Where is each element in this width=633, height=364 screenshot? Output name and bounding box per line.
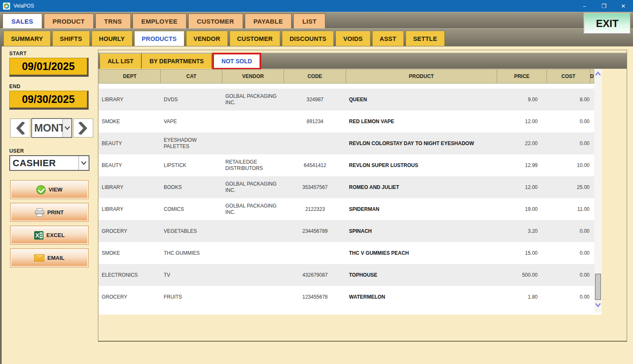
main-nav-tab[interactable]: PAYABLE bbox=[245, 13, 292, 28]
cell-code bbox=[284, 242, 346, 264]
cell-code: 123455678 bbox=[284, 286, 346, 308]
scroll-up-button[interactable] bbox=[594, 70, 602, 78]
cell-cat: TV bbox=[161, 264, 222, 286]
column-header-product[interactable]: PRODUCT bbox=[346, 69, 497, 84]
cell-code: 64541412 bbox=[284, 154, 346, 176]
start-date-button[interactable]: 09/01/2025 bbox=[9, 58, 89, 77]
cell-vendor bbox=[222, 264, 284, 286]
column-header-code[interactable]: CODE bbox=[284, 69, 346, 84]
cell-vendor: GOLBAL PACKAGING INC. bbox=[222, 176, 284, 198]
cell-code: 432679087 bbox=[284, 264, 346, 286]
print-button[interactable]: PRINT bbox=[10, 203, 89, 222]
main-nav-tab[interactable]: PRODUCT bbox=[44, 13, 94, 28]
table-row[interactable]: LIBRARY DVDS GOLBAL PACKAGING INC. 32498… bbox=[99, 89, 594, 111]
excel-button[interactable]: X EXCEL bbox=[10, 226, 89, 245]
column-header-vendor[interactable]: VENDOR bbox=[222, 69, 284, 84]
column-header-clipped: D bbox=[590, 69, 594, 84]
main-nav-tab[interactable]: EMPLOYEE bbox=[133, 13, 187, 28]
cell-dept: GROCERY bbox=[99, 286, 161, 308]
cell-dept: LIBRARY bbox=[99, 89, 161, 111]
cell-price: 3.20 bbox=[497, 220, 547, 242]
scroll-down-button[interactable] bbox=[594, 301, 602, 309]
period-dropdown-arrow[interactable] bbox=[62, 119, 71, 137]
cell-vendor bbox=[222, 242, 284, 264]
cell-product: RED LEMON VAPE bbox=[346, 111, 497, 132]
table-row[interactable]: LIBRARY COMICS GOLBAL PACKAGING INC. 212… bbox=[99, 198, 594, 220]
user-label: USER bbox=[9, 148, 98, 154]
main-nav-tab[interactable]: TRNS bbox=[95, 13, 131, 28]
column-header-cat[interactable]: CAT bbox=[161, 69, 222, 84]
sub-nav-tab-label: VOIDS bbox=[343, 35, 362, 42]
table-row[interactable]: BEAUTY LIPSTICK RETAILEDGE DISTRIBUTORS … bbox=[99, 154, 594, 176]
cell-cost: 0.00 bbox=[547, 220, 590, 242]
print-button-label: PRINT bbox=[47, 209, 64, 216]
cell-dept: LIBRARY bbox=[99, 198, 161, 220]
report-tab-strip: ALL LIST BY DEPARTMENTS NOT SOLD bbox=[98, 53, 627, 69]
minimize-button[interactable]: – bbox=[575, 0, 594, 12]
main-nav-tab[interactable]: LIST bbox=[293, 13, 325, 28]
cell-dept: BEAUTY bbox=[99, 154, 161, 176]
column-header-cost[interactable]: COST bbox=[547, 69, 590, 84]
vertical-scrollbar[interactable] bbox=[594, 69, 602, 313]
table-row[interactable]: SMOKE THC GUMMIES THC V GUMMIES PEACH 15… bbox=[99, 242, 594, 264]
cell-cat: VEGETABLES bbox=[161, 220, 222, 242]
view-button[interactable]: VIEW bbox=[10, 180, 89, 199]
cell-product: QUEEN bbox=[346, 89, 497, 111]
sub-nav-tab[interactable]: HOURLY bbox=[92, 31, 133, 46]
sub-nav-tab[interactable]: DISCOUNTS bbox=[282, 31, 334, 46]
sub-nav-tab[interactable]: CUSTOMER bbox=[230, 31, 280, 46]
user-dropdown[interactable]: CASHIER bbox=[9, 155, 89, 171]
report-tab[interactable]: BY DEPARTMENTS bbox=[142, 54, 212, 69]
sub-nav-tab[interactable]: SUMMARY bbox=[3, 31, 51, 46]
table-row[interactable]: ELECTRONICS TV 432679087 TOPHOUSE 500.00… bbox=[99, 264, 594, 286]
column-header-price[interactable]: PRICE bbox=[497, 69, 547, 84]
column-header-dept[interactable]: DEPT bbox=[99, 69, 161, 84]
cell-cat: EYESHADOW PALETTES bbox=[161, 132, 222, 154]
cell-vendor: RETAILEDGE DISTRIBUTORS bbox=[222, 154, 284, 176]
sub-nav-tab[interactable]: SETTLE bbox=[406, 31, 445, 46]
close-button[interactable]: ✕ bbox=[614, 0, 633, 12]
user-dropdown-arrow[interactable] bbox=[78, 156, 89, 170]
cell-cost: 0.00 bbox=[547, 242, 590, 264]
sub-nav-tab[interactable]: ASST bbox=[372, 31, 404, 46]
previous-period-button[interactable] bbox=[10, 119, 30, 138]
cell-cat: COMICS bbox=[161, 198, 222, 220]
cell-product: WATERMELON bbox=[346, 286, 497, 308]
report-tab[interactable]: ALL LIST bbox=[100, 54, 142, 69]
period-dropdown-value: MONTH bbox=[32, 119, 62, 137]
report-tab[interactable]: NOT SOLD bbox=[212, 53, 261, 70]
cell-cost: 0.00 bbox=[547, 286, 590, 308]
email-button[interactable]: EMAIL bbox=[10, 248, 89, 267]
period-dropdown[interactable]: MONTH bbox=[31, 118, 72, 138]
sub-nav-tab[interactable]: PRODUCTS bbox=[134, 31, 184, 46]
sub-nav-tab[interactable]: VENDOR bbox=[186, 31, 228, 46]
cell-vendor: GOLBAL PACKAGING INC. bbox=[222, 198, 284, 220]
table-row[interactable]: BEAUTY EYESHADOW PALETTES REVLON COLORST… bbox=[99, 132, 594, 154]
report-tabs: ALL LIST BY DEPARTMENTS NOT SOLD bbox=[100, 54, 261, 70]
maximize-button[interactable]: ❐ bbox=[594, 0, 614, 12]
cell-cat: VAPE bbox=[161, 111, 222, 132]
view-button-label: VIEW bbox=[49, 186, 62, 193]
table-row[interactable]: LIBRARY BOOKS GOLBAL PACKAGING INC. 3534… bbox=[99, 176, 594, 198]
cell-code: 234456789 bbox=[284, 220, 346, 242]
main-nav-tab[interactable]: SALES bbox=[3, 13, 42, 28]
next-period-button[interactable] bbox=[73, 119, 93, 138]
main-nav-tab-label: PRODUCT bbox=[53, 18, 85, 25]
end-date-button[interactable]: 09/30/2025 bbox=[9, 91, 89, 110]
window-title: VelaPOS bbox=[14, 3, 34, 9]
main-nav-tab-label: SALES bbox=[11, 18, 33, 25]
table-row[interactable]: GROCERY VEGETABLES 234456789 SPINACH 3.2… bbox=[99, 220, 594, 242]
table-row[interactable]: SMOKE VAPE 891234 RED LEMON VAPE 12.00 0… bbox=[99, 111, 594, 132]
cell-product: REVLON SUPER LUSTROUS bbox=[346, 154, 497, 176]
cell-price: 19.00 bbox=[497, 198, 547, 220]
sub-nav-tab-label: HOURLY bbox=[99, 35, 125, 42]
cell-product: ROMEO AND JULIET bbox=[346, 176, 497, 198]
exit-button[interactable]: EXIT bbox=[584, 13, 631, 34]
main-nav-tab[interactable]: CUSTOMER bbox=[188, 13, 243, 28]
table-row[interactable]: GROCERY FRUITS 123455678 WATERMELON 1.80… bbox=[99, 286, 594, 308]
sub-nav-tab[interactable]: VOIDS bbox=[335, 31, 370, 46]
sub-nav-tab[interactable]: SHIFTS bbox=[52, 31, 90, 46]
cell-cat: BOOKS bbox=[161, 176, 222, 198]
scrollbar-thumb[interactable] bbox=[595, 274, 601, 300]
report-tab-label: NOT SOLD bbox=[222, 58, 252, 65]
